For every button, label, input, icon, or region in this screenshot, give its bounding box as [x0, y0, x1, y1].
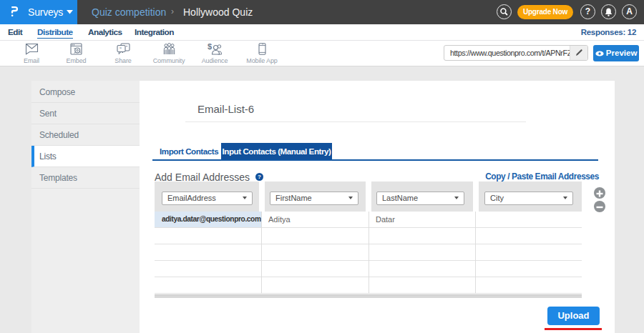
- svg-text:$: $: [208, 43, 212, 51]
- svg-text:“: “: [119, 46, 122, 51]
- svg-text:”: ”: [125, 45, 127, 49]
